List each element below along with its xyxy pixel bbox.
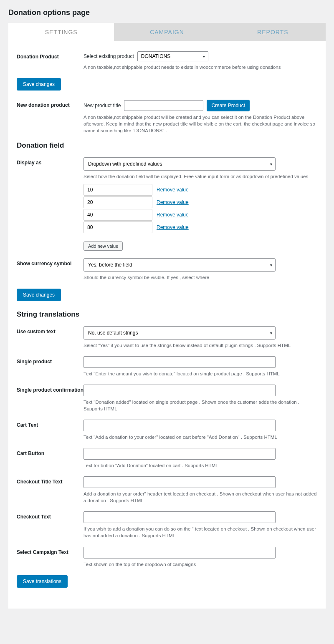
currency-select[interactable]: Yes, before the field — [84, 258, 276, 272]
new-product-help: A non taxable,not shippable product will… — [84, 114, 317, 134]
donation-product-help: A non taxable,not shippable product need… — [84, 64, 317, 70]
checkout-text-help: If you wish to add a donation you can do… — [84, 526, 317, 539]
display-as-label: Display as — [17, 157, 84, 166]
donation-product-label: Donation Product — [17, 51, 84, 60]
checkout-title-help: Add a donation to your order" header tex… — [84, 491, 317, 504]
single-product-help: Text "Enter the amount you wish to donat… — [84, 370, 317, 377]
checkout-title-input[interactable] — [84, 476, 276, 488]
remove-value-link-0[interactable]: Remove value — [157, 187, 189, 193]
new-product-title-input[interactable] — [124, 100, 203, 111]
save-translations-button[interactable]: Save translations — [17, 575, 68, 588]
cart-button-help: Text for button "Add Donation" located o… — [84, 462, 317, 469]
value-row: Remove value — [84, 209, 317, 221]
single-product-label: Single product — [17, 356, 84, 365]
remove-value-link-2[interactable]: Remove value — [157, 212, 189, 218]
tab-reports[interactable]: REPORTS — [220, 23, 326, 41]
cart-text-label: Cart Text — [17, 420, 84, 428]
display-as-select[interactable]: Dropdown with predefined values — [84, 157, 276, 171]
value-input-2[interactable] — [84, 209, 152, 221]
add-new-value-button[interactable]: Add new value — [84, 242, 123, 251]
single-product-conf-label: Single product confirmation — [17, 385, 84, 393]
single-product-input[interactable] — [84, 356, 276, 368]
select-existing-label: Select existing product — [84, 53, 134, 59]
select-campaign-help: Text shown on the top of the dropdown of… — [84, 561, 317, 568]
donation-field-heading: Donation field — [17, 141, 317, 150]
custom-text-help: Select "Yes" if you want to use the stri… — [84, 342, 317, 349]
checkout-text-label: Checkout Text — [17, 511, 84, 520]
value-input-3[interactable] — [84, 221, 152, 233]
tabs-nav: SETTINGS CAMPAIGN REPORTS — [8, 23, 326, 41]
value-input-0[interactable] — [84, 184, 152, 196]
create-product-button[interactable]: Create Product — [207, 100, 250, 111]
cart-button-label: Cart Button — [17, 448, 84, 456]
new-product-title-label: New product title — [84, 103, 121, 108]
select-campaign-input[interactable] — [84, 547, 276, 558]
save-changes-button-1[interactable]: Save changes — [17, 78, 61, 91]
donation-product-select[interactable]: DONATIONS — [137, 51, 208, 61]
translations-heading: String translations — [17, 310, 317, 319]
single-product-conf-input[interactable] — [84, 385, 276, 396]
value-row: Remove value — [84, 196, 317, 208]
remove-value-link-1[interactable]: Remove value — [157, 199, 189, 205]
custom-text-label: Use custom text — [17, 326, 84, 335]
tab-settings[interactable]: SETTINGS — [8, 23, 114, 41]
display-as-help: Select how the donation field will be di… — [84, 173, 317, 180]
save-changes-button-2[interactable]: Save changes — [17, 289, 61, 301]
value-input-1[interactable] — [84, 196, 152, 208]
currency-help: Should the currency symbol be visible. I… — [84, 274, 317, 281]
page-title: Donation options page — [8, 8, 326, 17]
checkout-title-label: Checkout Title Text — [17, 476, 84, 485]
custom-text-select[interactable]: No, use default strings — [84, 326, 276, 340]
cart-button-input[interactable] — [84, 448, 276, 460]
select-campaign-label: Select Campaign Text — [17, 547, 84, 555]
tab-campaign[interactable]: CAMPAIGN — [114, 23, 220, 41]
new-donation-product-label: New donation product — [17, 100, 84, 108]
value-row: Remove value — [84, 221, 317, 233]
checkout-text-input[interactable] — [84, 511, 276, 523]
value-row: Remove value — [84, 184, 317, 196]
single-product-conf-help: Text "Donation added" located on single … — [84, 399, 317, 412]
currency-label: Show currency symbol — [17, 258, 84, 267]
cart-text-help: Text "Add a donation to your order" loca… — [84, 434, 317, 440]
cart-text-input[interactable] — [84, 420, 276, 431]
remove-value-link-3[interactable]: Remove value — [157, 224, 189, 230]
